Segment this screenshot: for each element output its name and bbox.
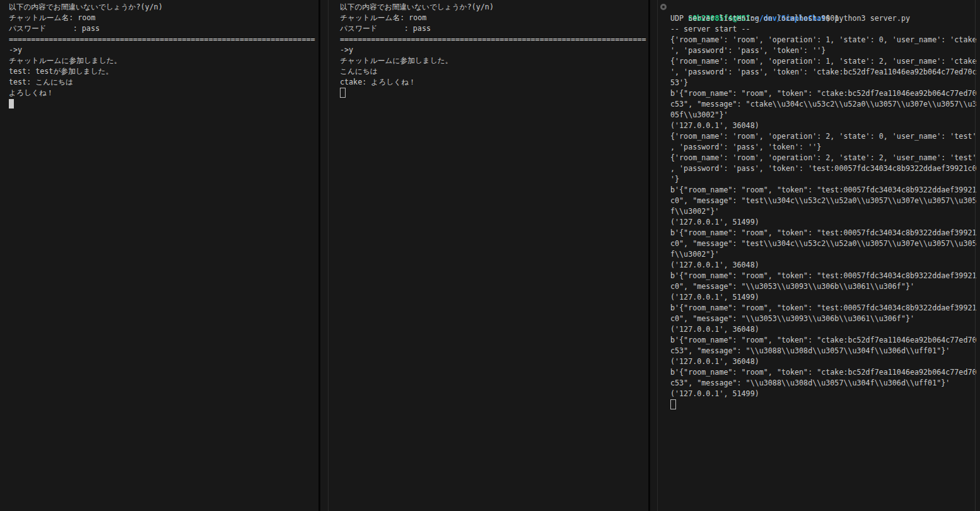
terminal-line: よろしくね！ xyxy=(9,88,318,98)
terminal-line: c0", "message": "test\\u304c\\u53c2\\u52… xyxy=(670,196,980,206)
terminal-line: ('127.0.0.1', 36048) xyxy=(670,260,980,271)
terminal-line: ('127.0.0.1', 36048) xyxy=(670,356,980,367)
terminal-line: チャットルームに参加しました。 xyxy=(9,56,318,66)
terminal-cursor-inactive xyxy=(340,88,346,98)
terminal-line: 以下の内容でお間違いないでしょうか?(y/n) xyxy=(340,2,648,13)
terminal-line: ctake: よろしくね！ xyxy=(340,77,648,88)
terminal-line: b'{"room_name": "room", "token": "ctake:… xyxy=(670,88,980,99)
terminal-line: c0", "message": "\\u3053\\u3093\\u306b\\… xyxy=(670,314,980,324)
terminal-line: test: こんにちは xyxy=(9,77,318,88)
terminal-line: b'{"room_name": "room", "token": "test:0… xyxy=(670,303,980,314)
terminal-line: b'{"room_name": "room", "token": "test:0… xyxy=(670,228,980,238)
terminal-line: -- server start -- xyxy=(670,24,980,35)
terminal-cursor-active xyxy=(9,99,14,109)
terminal-line: , 'password': 'pass', 'token': ''} xyxy=(670,142,980,153)
command-decoration-circle-icon[interactable] xyxy=(660,4,667,10)
terminal-line: ('127.0.0.1', 51499) xyxy=(670,292,980,303)
terminal-line: ('127.0.0.1', 51499) xyxy=(670,389,980,399)
terminal-line: b'{"room_name": "room", "token": "ctake:… xyxy=(670,335,980,346)
terminal-line: f\\u3002"}' xyxy=(670,249,980,260)
terminal-line: パスワード : pass xyxy=(9,23,318,34)
terminal-line: ->y xyxy=(9,45,318,56)
terminal-line: b'{"room_name": "room", "token": "ctake:… xyxy=(670,367,980,378)
terminal-line: ', 'password': 'pass', 'token': 'ctake:b… xyxy=(670,67,980,78)
terminal-line: チャットルームに参加しました。 xyxy=(340,56,648,66)
terminal-line: 以下の内容でお間違いないでしょうか?(y/n) xyxy=(9,2,318,13)
terminal-line: 53'} xyxy=(670,78,980,88)
terminal-line: {'room_name': 'room', 'operation': 1, 's… xyxy=(670,56,980,67)
terminal-line: test: testが参加しました。 xyxy=(9,66,318,77)
terminal-line: パスワード : pass xyxy=(340,23,648,34)
pane-separator[interactable] xyxy=(318,0,320,511)
terminal-line: チャットルーム名: room xyxy=(9,13,318,23)
terminal-line: ('127.0.0.1', 51499) xyxy=(670,217,980,228)
terminal-line: UDP Server listening on localhost:9001 xyxy=(670,13,980,24)
terminal-output: 以下の内容でお間違いないでしょうか?(y/n)チャットルーム名: roomパスワ… xyxy=(9,2,318,98)
terminal-line: '} xyxy=(670,174,980,185)
terminal-line: b'{"room_name": "room", "token": "test:0… xyxy=(670,271,980,281)
terminal-line: こんにちは xyxy=(340,66,648,77)
terminal-line: ('127.0.0.1', 36048) xyxy=(670,120,980,131)
terminal-line: {'room_name': 'room', 'operation': 2, 's… xyxy=(670,131,980,142)
terminal-line: 05f\\u3002"}' xyxy=(670,110,980,120)
terminal-pane-chat-client-test[interactable]: 以下の内容でお間違いないでしょうか?(y/n)チャットルーム名: roomパスワ… xyxy=(329,0,648,511)
terminal-line: c0", "message": "test\\u304c\\u53c2\\u52… xyxy=(670,238,980,249)
terminal-line: ('127.0.0.1', 36048) xyxy=(670,324,980,335)
terminal-cursor-inactive xyxy=(670,399,676,409)
terminal-line: c53", "message": "\\u3088\\u308d\\u3057\… xyxy=(670,378,980,389)
terminal-output: UDP Server listening on localhost:9001--… xyxy=(670,13,980,399)
terminal-line: f\\u3002"}' xyxy=(670,206,980,217)
terminal-line: {'room_name': 'room', 'operation': 2, 's… xyxy=(670,153,980,163)
terminal-line: ========================================… xyxy=(340,34,648,45)
terminal-pane-chat-client-ctake[interactable]: 以下の内容でお間違いないでしょうか?(y/n)チャットルーム名: roomパスワ… xyxy=(0,0,318,511)
terminal-line: c53", "message": "\\u3088\\u308d\\u3057\… xyxy=(670,346,980,356)
terminal-line: ', 'password': 'pass', 'token': ''} xyxy=(670,45,980,56)
shell-prompt-line: c0b23085f4@MSI:~/dev/SimpleChat$ python3… xyxy=(670,3,980,13)
terminal-line: c53", "message": "ctake\\u304c\\u53c2\\u… xyxy=(670,99,980,110)
right-edge-border xyxy=(975,0,976,511)
terminal-line: , 'password': 'pass', 'token': 'test:000… xyxy=(670,163,980,174)
terminal-line: チャットルーム名: room xyxy=(340,13,648,23)
pane-separator[interactable] xyxy=(648,0,650,511)
terminal-line: b'{"room_name": "room", "token": "test:0… xyxy=(670,185,980,196)
terminal-line: ->y xyxy=(340,45,648,56)
terminal-line: {'room_name': 'room', 'operation': 1, 's… xyxy=(670,35,980,45)
terminal-output: 以下の内容でお間違いないでしょうか?(y/n)チャットルーム名: roomパスワ… xyxy=(340,2,648,88)
terminal-line: c0", "message": "\\u3053\\u3093\\u306b\\… xyxy=(670,281,980,292)
terminal-line: ========================================… xyxy=(9,34,318,45)
terminal-pane-udp-server[interactable]: c0b23085f4@MSI:~/dev/SimpleChat$ python3… xyxy=(658,0,980,511)
